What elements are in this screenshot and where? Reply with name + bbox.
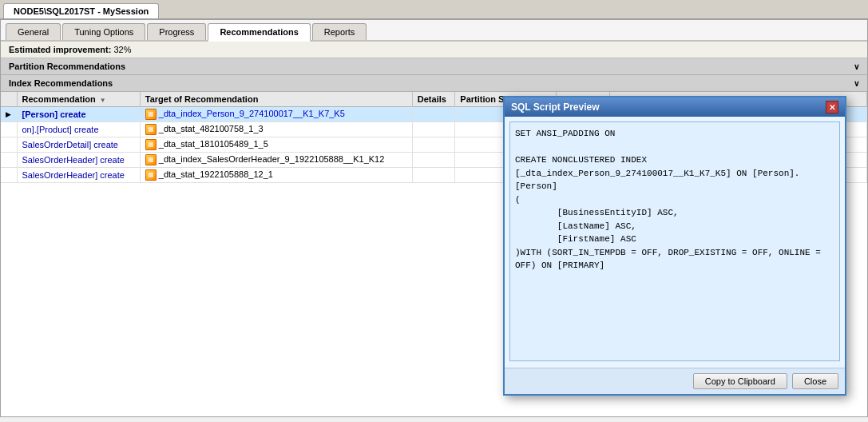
target-text: _dta_stat_482100758_1_3	[159, 124, 264, 133]
dialog-body	[505, 117, 845, 368]
col-target: Target of Recommendation	[140, 92, 412, 107]
col-indicator	[1, 92, 17, 107]
row-indicator	[1, 153, 17, 168]
recommendation-cell: on].[Product] create	[17, 122, 140, 137]
target-text: _dta_stat_1810105489_1_5	[159, 139, 268, 149]
improvement-label: Estimated improvement:	[9, 45, 111, 54]
tab-tuning-options[interactable]: Tuning Options	[62, 23, 145, 40]
recommendation-text: on].[Product] create	[22, 125, 99, 134]
info-bar: Estimated improvement: 32%	[1, 42, 867, 58]
recommendation-text: SalesOrderHeader] create	[22, 155, 125, 165]
details-cell	[412, 107, 455, 122]
sql-script-textarea[interactable]	[509, 121, 840, 361]
recommendation-sort-icon: ▼	[100, 97, 106, 104]
target-cell: _dta_index_Person_9_274100017__K1_K7_K5	[140, 107, 412, 122]
tab-recommendations[interactable]: Recommendations	[208, 23, 310, 42]
partition-chevron-icon: ∨	[854, 62, 859, 71]
col-details: Details	[412, 92, 455, 107]
details-cell	[412, 137, 455, 153]
dialog-close-button[interactable]: ✕	[826, 101, 838, 113]
recommendation-text: SalesOrderDetail] create	[22, 140, 118, 149]
window-tab-bar: NODE5\SQL2017ST - MySession	[0, 0, 868, 19]
row-indicator	[1, 168, 17, 183]
window-tab[interactable]: NODE5\SQL2017ST - MySession	[3, 3, 159, 18]
dialog-title: SQL Script Preview	[511, 102, 600, 113]
recommendation-cell: SalesOrderHeader] create	[17, 153, 140, 168]
index-section-title: Index Recommendations	[9, 78, 113, 88]
recommendation-cell: [Person] create	[17, 107, 140, 122]
target-cell: _dta_stat_482100758_1_3	[140, 122, 412, 137]
row-indicator	[1, 122, 17, 137]
improvement-value: 32%	[113, 45, 131, 54]
recommendation-cell: SalesOrderHeader] create	[17, 168, 140, 183]
tab-general[interactable]: General	[6, 23, 61, 40]
tab-reports[interactable]: Reports	[312, 23, 367, 40]
target-cell: _dta_index_SalesOrderHeader_9_1922105888…	[140, 153, 412, 168]
tab-progress[interactable]: Progress	[147, 23, 206, 40]
partition-section-title: Partition Recommendations	[9, 62, 125, 71]
dialog-footer: Copy to Clipboard Close	[505, 368, 845, 394]
copy-to-clipboard-button[interactable]: Copy to Clipboard	[693, 373, 787, 389]
target-text: _dta_stat_1922105888_12_1	[159, 169, 273, 179]
details-cell	[412, 168, 455, 183]
recommendation-cell: SalesOrderDetail] create	[17, 137, 140, 153]
col-recommendation[interactable]: Recommendation ▼	[17, 92, 140, 107]
index-recommendations-header[interactable]: Index Recommendations ∨	[1, 75, 867, 92]
target-cell: _dta_stat_1810105489_1_5	[140, 137, 412, 153]
row-indicator	[1, 137, 17, 153]
sql-preview-dialog: SQL Script Preview ✕ Copy to Clipboard C…	[503, 96, 846, 396]
table-icon	[145, 124, 157, 135]
target-text: _dta_index_Person_9_274100017__K1_K7_K5	[159, 109, 345, 118]
target-text: _dta_index_SalesOrderHeader_9_1922105888…	[159, 154, 385, 164]
partition-recommendations-header[interactable]: Partition Recommendations ∨	[1, 58, 867, 75]
details-cell	[412, 153, 455, 168]
recommendation-text: SalesOrderHeader] create	[22, 170, 125, 180]
table-icon	[145, 169, 157, 181]
dialog-titlebar: SQL Script Preview ✕	[505, 98, 845, 117]
table-icon	[145, 154, 157, 165]
row-indicator: ▶	[1, 107, 17, 122]
table-icon	[145, 109, 157, 120]
table-icon	[145, 139, 157, 150]
tab-bar: General Tuning Options Progress Recommen…	[1, 20, 867, 42]
target-cell: _dta_stat_1922105888_12_1	[140, 168, 412, 183]
close-button[interactable]: Close	[792, 373, 838, 389]
index-chevron-icon: ∨	[854, 79, 859, 88]
recommendation-text: [Person] create	[22, 109, 86, 119]
details-cell	[412, 122, 455, 137]
